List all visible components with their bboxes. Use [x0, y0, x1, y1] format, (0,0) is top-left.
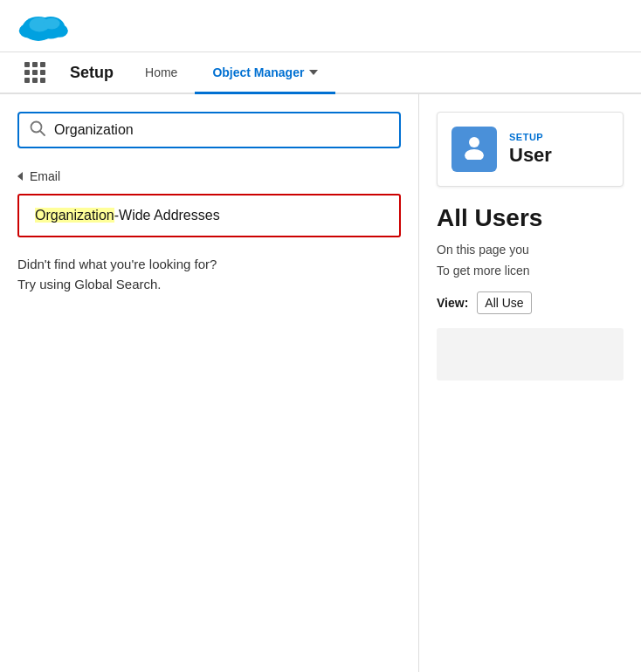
- right-panel: SETUP User All Users On this page you To…: [419, 94, 641, 672]
- salesforce-logo: [14, 7, 75, 45]
- org-wide-addresses-result[interactable]: Organization-Wide Addresses: [17, 194, 401, 237]
- left-panel: Email Organization-Wide Addresses Didn't…: [0, 94, 419, 672]
- setup-user-card: SETUP User: [437, 112, 624, 187]
- grid-icon: [24, 62, 45, 83]
- search-box: [17, 112, 401, 148]
- email-category-header: Email: [17, 169, 401, 183]
- view-label: View:: [437, 296, 468, 310]
- app-launcher-button[interactable]: [14, 52, 56, 93]
- svg-point-8: [469, 137, 479, 147]
- not-found-line2: Try using Global Search.: [17, 275, 401, 295]
- all-users-desc1: On this page you: [437, 243, 624, 257]
- svg-point-5: [44, 17, 60, 29]
- view-row: View: All Use: [437, 291, 624, 314]
- setup-avatar: [451, 127, 497, 172]
- not-found-message: Didn't find what you're looking for? Try…: [17, 255, 401, 294]
- setup-label: Setup: [56, 52, 128, 93]
- result-rest: -Wide Addresses: [114, 208, 220, 223]
- tab-home[interactable]: Home: [128, 52, 195, 94]
- chevron-right-icon: [17, 172, 23, 181]
- setup-card-text: SETUP User: [509, 132, 552, 167]
- search-icon: [30, 120, 45, 140]
- tab-object-manager[interactable]: Object Manager: [195, 52, 335, 94]
- main-content: Email Organization-Wide Addresses Didn't…: [0, 94, 641, 672]
- not-found-line1: Didn't find what you're looking for?: [17, 255, 401, 275]
- users-table-placeholder: [437, 328, 624, 381]
- user-avatar-icon: [461, 134, 487, 166]
- search-input[interactable]: [54, 122, 389, 138]
- view-select[interactable]: All Use: [477, 291, 531, 314]
- svg-line-7: [40, 131, 45, 135]
- all-users-title: All Users: [437, 204, 624, 232]
- tab-home-label: Home: [145, 65, 177, 79]
- tab-object-manager-label: Object Manager: [212, 65, 304, 79]
- nav-bar: Setup Home Object Manager: [0, 52, 641, 94]
- setup-card-label: SETUP: [509, 132, 552, 142]
- result-highlight: Organization: [35, 208, 114, 223]
- svg-point-9: [465, 149, 484, 160]
- top-bar: [0, 0, 641, 52]
- chevron-down-icon: [309, 70, 318, 75]
- email-category-label: Email: [30, 169, 60, 183]
- setup-card-title: User: [509, 144, 552, 167]
- all-users-desc2: To get more licen: [437, 264, 624, 278]
